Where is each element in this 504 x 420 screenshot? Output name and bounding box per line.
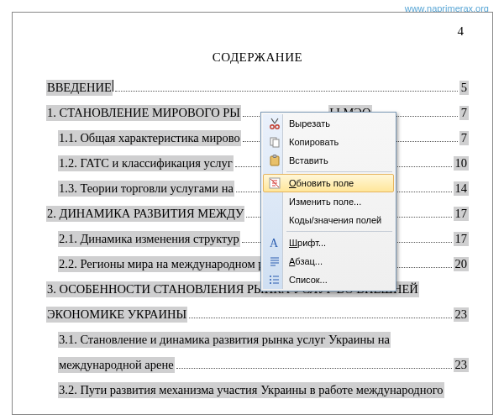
- list-icon: [267, 273, 281, 287]
- toc-entry: 2. ДИНАМИКА РАЗВИТИЯ МЕЖДУСЛУГ17: [46, 206, 469, 222]
- toc-leader-dots: [115, 91, 458, 92]
- toc-entry-cont: международной арене23: [46, 357, 469, 373]
- toc-page: 17: [454, 207, 470, 221]
- menu-item-вырезать[interactable]: Вырезать: [263, 114, 394, 133]
- cut-icon: [267, 117, 281, 131]
- menu-item-изменить-поле-[interactable]: Изменить поле...: [263, 192, 394, 211]
- toc-text: 1.1. Общая характеристика мирово: [58, 130, 241, 146]
- table-of-contents: ВВЕДЕНИЕ51. СТАНОВЛЕНИЕ МИРОВОГО РЫЫ МЭО…: [46, 80, 469, 398]
- toc-text: ВВЕДЕНИЕ: [46, 80, 113, 96]
- toc-entry: ВВЕДЕНИЕ5: [46, 80, 469, 96]
- toc-text: 2.1. Динамика изменения структур: [58, 231, 240, 247]
- menu-item-вставить[interactable]: Вставить: [263, 151, 394, 170]
- menu-item-абзац-[interactable]: Абзац...: [263, 252, 394, 270]
- context-menu: ВырезатьКопироватьВставитьОбновить полеИ…: [260, 112, 396, 291]
- menu-item-label: Коды/значения полей: [289, 215, 381, 225]
- toc-entry: 3.1. Становление и динамика развития рын…: [46, 332, 469, 348]
- toc-page: 7: [459, 131, 469, 145]
- toc-text: 3.2. Пути развития механизма участия Укр…: [58, 382, 444, 398]
- toc-title: СОДЕРЖАНИЕ: [46, 50, 469, 65]
- svg-point-0: [270, 125, 273, 129]
- toc-entry: 1.3. Теории торговли услугами на 14: [46, 181, 469, 197]
- toc-text: ЭКОНОМИКЕ УКРАИНЫ: [46, 307, 187, 323]
- menu-item-список-[interactable]: Список...: [263, 270, 394, 289]
- menu-item-label: Обновить поле: [289, 178, 354, 188]
- menu-item-label: Копировать: [289, 137, 339, 147]
- toc-entry: 1.2. ГАТС и классификация услуг10: [46, 155, 469, 171]
- toc-page: 17: [454, 232, 470, 246]
- toc-text: 2. ДИНАМИКА РАЗВИТИЯ МЕЖДУ: [46, 206, 244, 222]
- update-icon: [267, 176, 281, 191]
- svg-point-10: [270, 282, 271, 284]
- copy-icon: [267, 135, 281, 150]
- toc-page: 23: [454, 307, 470, 322]
- toc-page: 10: [454, 156, 470, 171]
- toc-entry: 2.1. Динамика изменения структур17: [46, 231, 469, 247]
- toc-text: 1. СТАНОВЛЕНИЕ МИРОВОГО РЫ: [46, 105, 241, 121]
- toc-text: международной арене: [58, 357, 175, 373]
- toc-page: 14: [454, 181, 470, 196]
- toc-entry: 1. СТАНОВЛЕНИЕ МИРОВОГО РЫЫ МЭО7: [46, 105, 469, 121]
- svg-text:A: A: [270, 237, 279, 249]
- menu-item-label: Список...: [289, 275, 328, 285]
- menu-item-коды-значения-полей[interactable]: Коды/значения полей: [263, 211, 394, 229]
- toc-entry: 3.2. Пути развития механизма участия Укр…: [46, 382, 469, 398]
- toc-text: 3.1. Становление и динамика развития рын…: [58, 332, 391, 348]
- menu-item-label: Вырезать: [289, 118, 330, 129]
- menu-item-обновить-поле[interactable]: Обновить поле: [263, 174, 394, 192]
- text-caret: [113, 80, 113, 92]
- menu-item-label: Вставить: [289, 155, 328, 165]
- svg-rect-5: [273, 155, 276, 158]
- toc-page: 7: [459, 106, 469, 120]
- menu-item-label: Шрифт...: [289, 238, 326, 248]
- toc-text: 1.3. Теории торговли услугами на: [58, 181, 234, 197]
- toc-page: 20: [454, 257, 470, 271]
- menu-item-label: Абзац...: [289, 256, 323, 266]
- svg-point-9: [270, 279, 271, 281]
- menu-separator: [286, 231, 392, 232]
- svg-point-8: [270, 276, 271, 277]
- svg-rect-3: [273, 139, 279, 147]
- toc-leader-dots: [176, 368, 452, 369]
- menu-separator: [286, 171, 392, 172]
- svg-point-1: [275, 125, 278, 129]
- menu-item-шрифт-[interactable]: AШрифт...: [263, 234, 394, 252]
- toc-entry: 2.2. Регионы мира на международном рынке…: [46, 256, 469, 272]
- document-page: 4 СОДЕРЖАНИЕ ВВЕДЕНИЕ51. СТАНОВЛЕНИЕ МИР…: [12, 12, 493, 415]
- toc-page: 23: [454, 358, 470, 372]
- toc-leader-dots: [189, 318, 451, 318]
- toc-entry: 1.1. Общая характеристика мирово7: [46, 130, 469, 146]
- toc-page: 5: [459, 81, 469, 95]
- page-number: 4: [46, 24, 464, 39]
- menu-item-копировать[interactable]: Копировать: [263, 133, 394, 151]
- menu-item-label: Изменить поле...: [289, 197, 361, 207]
- toc-entry: 3. ОСОБЕННОСТИ СТАНОВЛЕНИЯ РЫНКА УСЛУГ В…: [46, 281, 469, 297]
- para-icon: [267, 255, 281, 269]
- toc-entry-cont: ЭКОНОМИКЕ УКРАИНЫ23: [46, 307, 469, 323]
- font-icon: A: [267, 236, 281, 250]
- toc-text: 1.2. ГАТС и классификация услуг: [58, 155, 234, 171]
- paste-icon: [267, 154, 281, 168]
